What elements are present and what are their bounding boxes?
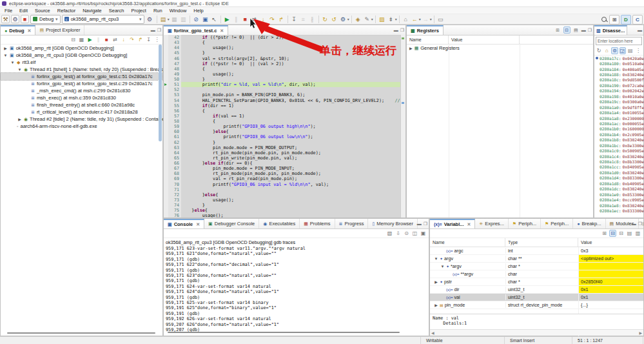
stack-frame-item[interactable]: ≣rt_critical_level() at scheduler.c:417 … [1, 108, 162, 116]
code-line-52[interactable]: 52 [164, 87, 405, 92]
add-register-group-icon[interactable]: ▤ [572, 26, 580, 34]
disassembly-row[interactable]: 0280a1ac:0x000055e [594, 121, 643, 126]
menu-icon[interactable]: ⋮ [635, 47, 641, 54]
disassembly-row[interactable]: 0280a1d4:0x883300e [594, 176, 643, 181]
close-icon[interactable]: ✕ [220, 28, 224, 34]
twisty-icon[interactable]: ▼ [17, 68, 22, 72]
search-tools-icon-dropdown[interactable]: ▾ [371, 17, 373, 21]
pin-editor-icon[interactable]: ▭ [436, 15, 445, 23]
back-icon-dropdown[interactable]: ▾ [419, 17, 421, 21]
disassembly-row[interactable]: 0280a1bc:0x8e3300e [594, 143, 643, 148]
minimize-icon[interactable]: ▬ [394, 28, 398, 32]
tab-problems[interactable]: ▦Problems [300, 219, 335, 228]
tab-console[interactable]: ▣Console✕ [164, 219, 204, 228]
breakpoint-gutter[interactable] [164, 134, 168, 139]
menu-window[interactable]: Window [166, 8, 190, 14]
mark-occurrences-icon[interactable]: ▨ [378, 15, 386, 23]
search-tools-icon[interactable]: ✎ [363, 15, 371, 23]
clear-console-icon[interactable]: ▧ [386, 230, 393, 237]
step-return-icon[interactable]: ↱ [277, 15, 286, 23]
disassembly-row[interactable]: 0280a1b0:0x1600000 [594, 126, 643, 132]
breakpoint-gutter[interactable] [164, 140, 168, 145]
minimize-icon[interactable]: ▬ [638, 28, 642, 32]
refresh-icon[interactable]: ↻ [321, 15, 329, 23]
disassembly-tab[interactable]: ▥ Disasse... [594, 25, 627, 35]
debug-tree-item[interactable]: ▼◆rtt3.elf [1, 59, 162, 66]
disassembly-row[interactable]: 0280a1c0:0x500905e [594, 148, 643, 153]
code-line-57[interactable]: 57 if(val == 1) [164, 114, 405, 119]
disassembly-row[interactable]: 0280a188:0x830240e [594, 72, 643, 77]
breakpoint-gutter[interactable] [164, 66, 168, 72]
breakpoint-gutter[interactable] [164, 145, 168, 150]
detail-pane-icon[interactable]: ▥ [634, 230, 641, 237]
breakpoint-gutter[interactable] [164, 203, 168, 208]
scroll-right-icon[interactable]: ▶ [639, 330, 642, 335]
external-tools-icon[interactable]: ⚙ [11, 15, 19, 23]
stack-frame-item[interactable]: ≣msh_exec() at msh.c:359 0x281c830 [1, 94, 162, 101]
breakpoint-gutter[interactable] [164, 45, 168, 50]
new-watch-icon[interactable]: ▤ [626, 230, 633, 237]
code-line-46[interactable]: 46 val = strtol(argv[2], &pstr, 10); [164, 56, 405, 61]
code-line-69[interactable]: 69 val = rt_pin_read(pin_mode.pin); [164, 176, 405, 181]
maximize-icon[interactable]: ❐ [157, 28, 161, 33]
code-line-47[interactable]: 47 if ((*pstr != 0) || (val > 2)) [164, 61, 405, 66]
step-into-icon[interactable]: ↓ [120, 36, 127, 43]
drop-to-frame-icon[interactable]: ↧ [145, 36, 152, 43]
breakpoint-gutter[interactable] [164, 182, 168, 187]
disassembly-row[interactable]: 0280a1dc:0x830240e [594, 187, 643, 192]
disassembly-row[interactable]: 0280a1a4:0x010055e [594, 110, 643, 115]
open-type-icon[interactable]: ◈ [354, 15, 362, 23]
relaunch-icon[interactable]: ↺ [330, 15, 338, 23]
forward-icon[interactable]: → [422, 15, 430, 23]
resume-icon[interactable]: ▶ [86, 36, 93, 43]
breakpoint-gutter[interactable] [164, 77, 168, 82]
menu-source[interactable]: Source [32, 8, 54, 14]
open-console-icon[interactable]: ▣ [420, 230, 427, 237]
disassembly-row[interactable]: 0280a198:0x4010a0e [594, 94, 643, 99]
back-icon[interactable]: ← [411, 15, 419, 23]
vars-col-type[interactable]: Type [505, 238, 578, 247]
disassembly-row[interactable]: 0280a190:0x072ca0e [594, 83, 643, 88]
disassembly-row[interactable]: 0280a194:0x002042e [594, 88, 643, 94]
menu-file[interactable]: File [1, 8, 15, 14]
code-line-54[interactable]: 54 HAL_PINCTRL_SetParam(GPIO_BANK3, 0x01… [164, 98, 405, 103]
breakpoint-gutter[interactable] [164, 166, 168, 171]
variable-row-argv[interactable]: ▼✦*argvchar * [430, 263, 643, 270]
pin-console-icon[interactable]: ⊙ [403, 230, 410, 237]
annotation-next-icon-dropdown[interactable]: ▾ [395, 17, 397, 21]
registers-col-name[interactable]: Name [407, 35, 449, 44]
code-line-60[interactable]: 60 }else{ [164, 129, 405, 134]
disassembly-row[interactable]: 0280a1a0:0x9df8ffe [594, 105, 643, 110]
registers-col-value[interactable]: Value [449, 35, 520, 44]
collapse-all-icon[interactable]: ⊟ [70, 36, 77, 43]
breakpoint-gutter[interactable] [164, 114, 168, 119]
code-line-74[interactable]: 74 } [164, 203, 405, 208]
memory-view-icon[interactable]: ▣ [201, 15, 210, 23]
debug-launch-icon[interactable]: ⚙ [339, 15, 347, 23]
breakpoint-gutter[interactable] [164, 171, 168, 176]
code-line-55[interactable]: 55 if(dir == 1) [164, 103, 405, 108]
tab-expres-[interactable]: ✳Expres... [475, 219, 508, 228]
forward-icon-dropdown[interactable]: ▾ [430, 17, 432, 21]
twisty-icon[interactable]: ▼ [10, 61, 15, 65]
disassembly-row[interactable]: 0280a1d0:0x830240e [594, 170, 643, 175]
tab-debugger-console[interactable]: ▣Debugger Console [204, 219, 259, 228]
disassembly-row[interactable]: 0280a1d8:0xb40905e [594, 181, 643, 186]
code-line-59[interactable]: 59 printf("GPIO3_06 output high\n\n"); [164, 124, 405, 129]
debug-horizontal-scrollbar[interactable] [7, 332, 155, 334]
breakpoint-gutter[interactable] [164, 176, 168, 181]
show-source-icon[interactable]: ◲ [620, 47, 626, 54]
step-filters-icon[interactable]: ∦ [308, 15, 317, 23]
instruction-stepping-icon[interactable]: ≡ [299, 15, 307, 23]
breakpoint-gutter[interactable] [164, 50, 168, 56]
disassembly-row[interactable]: 0280a17c:0x0420a0e [594, 56, 643, 61]
last-edit-location-icon[interactable]: ⌂ [402, 15, 410, 23]
tab-progress[interactable]: ≣Progress [335, 219, 369, 228]
tab-periph-[interactable]: ⚑Periph... [541, 219, 573, 228]
debug-perspective-button[interactable]: D [621, 15, 631, 25]
code-line-48[interactable]: 48 { [164, 66, 405, 72]
breakpoint-gutter[interactable] [164, 156, 168, 161]
scroll-lock-icon[interactable]: ⇩ [395, 230, 402, 237]
code-line-65[interactable]: 65 rt_pin_write(pin_mode.pin, val); [164, 156, 405, 161]
variables-horizontal-scrollbar[interactable]: ◀ ▶ [430, 329, 643, 336]
